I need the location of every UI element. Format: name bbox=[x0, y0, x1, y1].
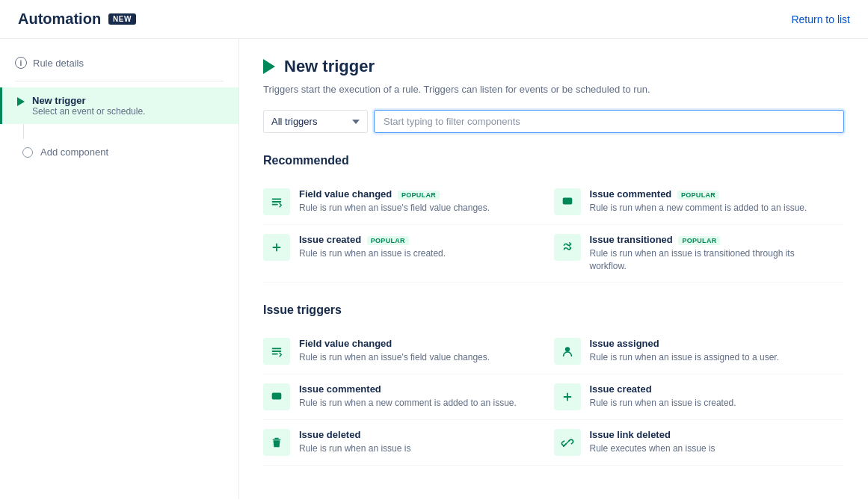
sidebar-divider bbox=[15, 81, 224, 81]
svg-rect-14 bbox=[273, 439, 281, 439]
sidebar-rule-details[interactable]: i Rule details bbox=[0, 51, 238, 75]
issue-commented-issue-text: Issue commented Rule is run when a new c… bbox=[299, 383, 517, 410]
trigger-card-issue-assigned[interactable]: Issue assigned Rule is run when an issue… bbox=[554, 329, 845, 374]
svg-rect-0 bbox=[272, 201, 282, 203]
popular-badge: POPULAR bbox=[678, 236, 720, 245]
transition-icon-wrap bbox=[554, 234, 581, 261]
svg-rect-12 bbox=[563, 396, 571, 398]
svg-rect-13 bbox=[274, 437, 278, 439]
trigger-description: Triggers start the execution of a rule. … bbox=[263, 84, 844, 95]
new-badge: NEW bbox=[108, 13, 136, 25]
app-title: Automation bbox=[18, 10, 101, 28]
trigger-card-issue-created-issue[interactable]: Issue created Rule is run when an issue … bbox=[554, 374, 845, 420]
delete-icon bbox=[270, 436, 283, 449]
link-icon-wrap bbox=[554, 429, 581, 456]
filter-input[interactable] bbox=[374, 110, 844, 133]
trigger-card-issue-deleted[interactable]: Issue deleted Rule is run when an issue … bbox=[263, 420, 554, 466]
issue-link-deleted-text: Issue link deleted Rule executes when an… bbox=[590, 429, 715, 455]
trigger-text: New trigger Select an event or schedule. bbox=[32, 95, 145, 117]
card-desc: Rule is run when an issue is transitione… bbox=[590, 247, 833, 273]
trigger-card-issue-commented-issue[interactable]: Issue commented Rule is run when a new c… bbox=[263, 374, 554, 420]
issue-triggers-section-title: Issue triggers bbox=[263, 303, 844, 317]
trigger-filter-select[interactable]: All triggers bbox=[263, 110, 368, 133]
layout: i Rule details New trigger Select an eve… bbox=[0, 39, 868, 499]
add-component-label: Add component bbox=[40, 146, 108, 158]
svg-rect-7 bbox=[272, 348, 282, 349]
top-bar: Automation NEW Return to list bbox=[0, 0, 868, 39]
trigger-card-field-value-issue[interactable]: Field value changed Rule is run when an … bbox=[263, 329, 554, 374]
issue-deleted-text: Issue deleted Rule is run when an issue … bbox=[299, 429, 410, 455]
card-title: Issue transitioned POPULAR bbox=[590, 234, 833, 245]
sidebar-trigger-item[interactable]: New trigger Select an event or schedule. bbox=[0, 87, 238, 124]
card-title: Issue created POPULAR bbox=[299, 234, 446, 245]
plus-icon bbox=[270, 241, 283, 254]
assign-icon bbox=[561, 345, 574, 358]
popular-badge: POPULAR bbox=[367, 236, 409, 245]
field-value-icon-wrap-2 bbox=[263, 338, 290, 365]
trigger-card-issue-transitioned-recommended[interactable]: Issue transitioned POPULAR Rule is run w… bbox=[554, 225, 845, 283]
card-title: Field value changed bbox=[299, 338, 490, 349]
trigger-card-issue-commented-recommended[interactable]: Issue commented POPULAR Rule is run when… bbox=[554, 179, 845, 225]
return-to-list-link[interactable]: Return to list bbox=[791, 13, 850, 25]
svg-rect-5 bbox=[273, 247, 281, 248]
field-value-changed-text: Field value changed POPULAR Rule is run … bbox=[299, 188, 490, 214]
delete-icon-wrap bbox=[263, 429, 290, 456]
svg-rect-1 bbox=[272, 199, 282, 200]
filter-row: All triggers bbox=[263, 110, 844, 133]
main-content: New trigger Triggers start the execution… bbox=[239, 39, 868, 499]
field-value-icon-wrap bbox=[263, 188, 290, 215]
issue-commented-text: Issue commented POPULAR Rule is run when… bbox=[590, 188, 807, 214]
card-title: Field value changed POPULAR bbox=[299, 188, 490, 200]
card-desc: Rule is run when a new comment is added … bbox=[590, 202, 807, 214]
play-icon-small bbox=[17, 97, 25, 106]
issue-created-issue-text: Issue created Rule is run when an issue … bbox=[590, 383, 736, 410]
link-icon bbox=[561, 436, 574, 449]
card-title: Issue created bbox=[590, 383, 736, 395]
plus-icon-wrap bbox=[263, 234, 290, 261]
rule-details-label: Rule details bbox=[33, 58, 84, 69]
popular-badge: POPULAR bbox=[677, 191, 719, 200]
popular-badge: POPULAR bbox=[398, 191, 440, 200]
card-desc: Rule is run when a new comment is added … bbox=[299, 397, 517, 410]
card-desc: Rule is run when an issue's field value … bbox=[299, 351, 490, 364]
comment-icon-wrap bbox=[554, 188, 581, 215]
svg-point-9 bbox=[564, 347, 569, 351]
issue-assigned-text: Issue assigned Rule is run when an issue… bbox=[590, 338, 779, 364]
card-desc: Rule is run when an issue is bbox=[299, 442, 410, 455]
issue-triggers-grid: Field value changed Rule is run when an … bbox=[263, 329, 844, 466]
field-value-issue-text: Field value changed Rule is run when an … bbox=[299, 338, 490, 364]
card-desc: Rule is run when an issue is assigned to… bbox=[590, 351, 779, 364]
add-circle-icon bbox=[22, 147, 33, 158]
trigger-card-issue-link-deleted[interactable]: Issue link deleted Rule executes when an… bbox=[554, 420, 845, 466]
recommended-section-title: Recommended bbox=[263, 154, 844, 167]
trigger-name: New trigger bbox=[32, 95, 145, 106]
issue-created-text: Issue created POPULAR Rule is run when a… bbox=[299, 234, 446, 260]
card-title: Issue link deleted bbox=[590, 429, 715, 440]
svg-line-16 bbox=[563, 444, 565, 446]
svg-rect-3 bbox=[562, 198, 572, 205]
sidebar-add-component[interactable]: Add component bbox=[0, 139, 238, 165]
comment-icon bbox=[561, 195, 574, 209]
trigger-card-field-value-changed-recommended[interactable]: Field value changed POPULAR Rule is run … bbox=[263, 179, 554, 225]
plus-icon-2 bbox=[561, 390, 574, 404]
recommended-grid: Field value changed POPULAR Rule is run … bbox=[263, 179, 844, 283]
svg-rect-8 bbox=[272, 353, 278, 354]
trigger-card-issue-created-recommended[interactable]: Issue created POPULAR Rule is run when a… bbox=[263, 225, 554, 283]
comment-icon-2 bbox=[270, 390, 283, 404]
field-value-icon bbox=[270, 195, 283, 209]
svg-line-15 bbox=[565, 440, 569, 444]
trigger-header: New trigger bbox=[263, 57, 844, 76]
info-icon: i bbox=[15, 57, 27, 69]
card-title: Issue commented POPULAR bbox=[590, 188, 807, 200]
assign-icon-wrap bbox=[554, 338, 581, 365]
card-desc: Rule executes when an issue is bbox=[590, 442, 715, 455]
svg-rect-6 bbox=[272, 351, 282, 352]
card-title: Issue assigned bbox=[590, 338, 779, 349]
sidebar: i Rule details New trigger Select an eve… bbox=[0, 39, 239, 499]
card-desc: Rule is run when an issue is created. bbox=[299, 247, 446, 260]
top-bar-left: Automation NEW bbox=[18, 10, 136, 28]
transition-icon bbox=[561, 241, 574, 254]
svg-rect-2 bbox=[272, 204, 278, 206]
plus-icon-wrap-2 bbox=[554, 383, 581, 410]
card-desc: Rule is run when an issue is created. bbox=[590, 397, 736, 410]
